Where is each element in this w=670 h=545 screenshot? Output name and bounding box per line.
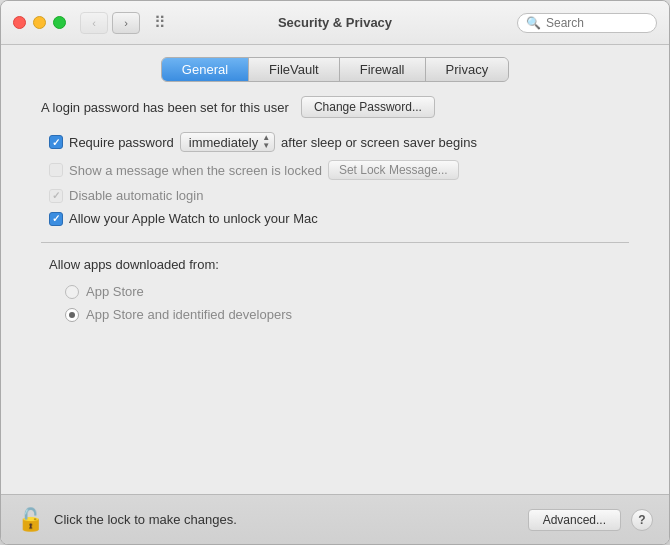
apple-watch-row: Allow your Apple Watch to unlock your Ma… [41,211,629,226]
tab-general[interactable]: General [162,58,249,81]
window: ‹ › ⠿ Security & Privacy 🔍 General FileV… [0,0,670,545]
maximize-button[interactable] [53,16,66,29]
bottom-bar: 🔓 Click the lock to make changes. Advanc… [1,494,669,544]
require-password-row: Require password immediately ▲ ▼ after s… [41,132,629,152]
require-password-label: Require password [69,135,174,150]
allow-apps-label: Allow apps downloaded from: [41,257,629,272]
show-message-row: Show a message when the screen is locked… [41,160,629,180]
show-message-checkbox[interactable] [49,163,63,177]
app-store-radio[interactable] [65,285,79,299]
lock-text: Click the lock to make changes. [54,512,518,527]
require-password-checkbox[interactable] [49,135,63,149]
app-store-identified-radio-row: App Store and identified developers [41,307,629,322]
tab-group: General FileVault Firewall Privacy [161,57,509,82]
disable-auto-login-row: Disable automatic login [41,188,629,203]
app-store-radio-row: App Store [41,284,629,299]
app-store-identified-label: App Store and identified developers [86,307,292,322]
close-button[interactable] [13,16,26,29]
grid-button[interactable]: ⠿ [146,12,174,34]
search-icon: 🔍 [526,16,541,30]
forward-button[interactable]: › [112,12,140,34]
tab-privacy[interactable]: Privacy [426,58,509,81]
after-sleep-label: after sleep or screen saver begins [281,135,477,150]
traffic-lights [13,16,66,29]
apple-watch-checkbox[interactable] [49,212,63,226]
search-bar[interactable]: 🔍 [517,13,657,33]
login-password-row: A login password has been set for this u… [41,92,629,118]
search-input[interactable] [546,16,648,30]
select-arrows: ▲ ▼ [262,134,270,150]
disable-auto-login-checkbox[interactable] [49,189,63,203]
change-password-button[interactable]: Change Password... [301,96,435,118]
set-lock-message-button[interactable]: Set Lock Message... [328,160,459,180]
tab-bar: General FileVault Firewall Privacy [1,45,669,92]
login-password-text: A login password has been set for this u… [41,100,289,115]
app-store-identified-radio[interactable] [65,308,79,322]
disable-auto-login-label: Disable automatic login [69,188,203,203]
divider [41,242,629,243]
titlebar: ‹ › ⠿ Security & Privacy 🔍 [1,1,669,45]
tab-filevault[interactable]: FileVault [249,58,340,81]
minimize-button[interactable] [33,16,46,29]
app-store-label: App Store [86,284,144,299]
tab-firewall[interactable]: Firewall [340,58,426,81]
immediately-value: immediately [189,135,258,150]
advanced-button[interactable]: Advanced... [528,509,621,531]
back-button[interactable]: ‹ [80,12,108,34]
window-title: Security & Privacy [278,15,392,30]
nav-buttons: ‹ › [80,12,140,34]
show-message-label: Show a message when the screen is locked [69,163,322,178]
apple-watch-label: Allow your Apple Watch to unlock your Ma… [69,211,318,226]
help-button[interactable]: ? [631,509,653,531]
lock-icon[interactable]: 🔓 [17,507,44,533]
immediately-select[interactable]: immediately ▲ ▼ [180,132,275,152]
content-area: A login password has been set for this u… [1,92,669,494]
